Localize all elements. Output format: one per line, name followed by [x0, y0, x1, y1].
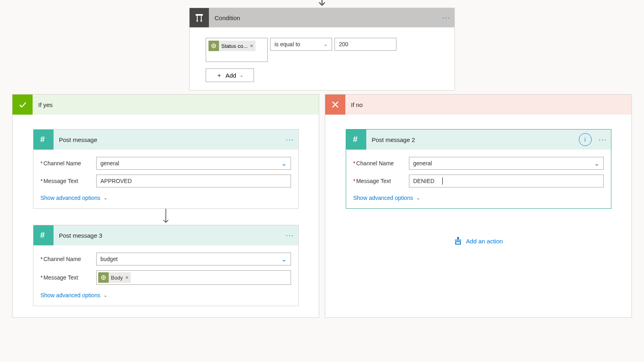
condition-title: Condition: [209, 14, 438, 21]
svg-point-4: [196, 20, 198, 22]
if-no-title: If no: [345, 101, 632, 108]
if-yes-branch: If yes # Post message ··· *Channel Name …: [12, 94, 319, 318]
chevron-down-icon: ⌄: [416, 195, 420, 201]
svg-text:#: #: [40, 135, 45, 144]
info-icon[interactable]: i: [579, 133, 592, 146]
svg-rect-18: [457, 237, 459, 239]
channel-value: general: [413, 160, 432, 167]
action-title: Post message: [54, 136, 282, 143]
slack-hash-icon: #: [33, 130, 54, 150]
svg-rect-20: [456, 242, 460, 244]
more-menu-button[interactable]: ···: [282, 136, 298, 144]
operator-value: is equal to: [275, 41, 300, 47]
channel-name-label: *Channel Name: [353, 160, 409, 167]
chevron-down-icon: ⌄: [594, 160, 599, 167]
token-label: Status co...: [221, 43, 248, 49]
message-value: DENIED: [413, 178, 435, 184]
if-yes-title: If yes: [33, 101, 319, 108]
channel-name-select[interactable]: general ⌄: [409, 157, 604, 170]
condition-operator-select[interactable]: is equal to ⌄: [270, 38, 332, 51]
message-value: APPROVED: [101, 178, 132, 184]
action-title: Post message 3: [54, 232, 282, 239]
channel-name-select[interactable]: general ⌄: [96, 157, 291, 170]
token-remove-icon[interactable]: ×: [250, 43, 253, 49]
add-action-icon: [454, 237, 462, 245]
svg-rect-1: [196, 14, 203, 16]
message-text-label: *Message Text: [41, 274, 96, 281]
action-header[interactable]: # Post message 2 i ···: [346, 130, 611, 150]
action-header[interactable]: # Post message 3 ···: [33, 225, 298, 245]
if-no-header: If no: [325, 95, 632, 115]
post-message-2-card: # Post message 2 i ··· *Channel Name gen…: [346, 129, 611, 209]
chevron-down-icon: ⌄: [281, 255, 287, 263]
channel-name-label: *Channel Name: [41, 256, 96, 262]
condition-icon: [190, 8, 209, 27]
svg-text:#: #: [40, 230, 45, 239]
token-label: Body: [111, 275, 123, 281]
message-text-label: *Message Text: [41, 178, 96, 184]
dynamic-token-body[interactable]: Body ×: [98, 272, 131, 283]
chevron-down-icon: ⌄: [103, 292, 107, 298]
chevron-down-icon: ⌄: [324, 41, 328, 47]
add-condition-button[interactable]: ＋ Add ⌄: [206, 68, 254, 82]
action-title: Post message 2: [366, 136, 579, 143]
token-remove-icon[interactable]: ×: [125, 274, 128, 281]
chevron-down-icon: ⌄: [103, 195, 107, 201]
add-label: Add: [225, 72, 236, 79]
if-no-branch: If no # Post message 2 i ··· *Channel Na…: [325, 94, 632, 318]
slack-hash-icon: #: [33, 225, 54, 245]
add-action-label: Add an action: [466, 238, 503, 245]
svg-point-5: [200, 20, 202, 22]
http-icon: [208, 41, 219, 51]
action-header[interactable]: # Post message ···: [33, 130, 298, 150]
if-yes-header: If yes: [12, 95, 319, 115]
chevron-down-icon: ⌄: [281, 160, 287, 167]
plus-icon: ＋: [216, 72, 222, 79]
flow-arrow-top: [318, 0, 326, 7]
channel-name-select[interactable]: budget ⌄: [96, 253, 291, 265]
slack-hash-icon: #: [346, 130, 366, 150]
more-menu-button[interactable]: ···: [595, 136, 611, 144]
condition-left-operand[interactable]: Status co... ×: [206, 38, 268, 62]
condition-card: Condition ··· Status co... × is equal to…: [189, 8, 455, 90]
show-advanced-options[interactable]: Show advanced options ⌄: [41, 290, 291, 304]
condition-body: Status co... × is equal to ⌄ ＋ Add ⌄: [190, 27, 454, 90]
dynamic-token-status-code[interactable]: Status co... ×: [208, 41, 256, 51]
channel-value: general: [101, 160, 120, 167]
post-message-card: # Post message ··· *Channel Name general…: [33, 129, 299, 209]
condition-branches: If yes # Post message ··· *Channel Name …: [12, 94, 632, 318]
text-cursor: [442, 177, 443, 185]
post-message-3-card: # Post message 3 ··· *Channel Name budge…: [33, 225, 299, 306]
message-text-input[interactable]: DENIED: [409, 175, 604, 187]
close-icon: [325, 95, 345, 115]
check-icon: [12, 95, 33, 115]
svg-text:#: #: [353, 135, 357, 144]
message-text-input[interactable]: Body ×: [96, 270, 291, 285]
channel-value: budget: [101, 256, 118, 262]
more-menu-button[interactable]: ···: [282, 231, 298, 240]
chevron-down-icon: ⌄: [239, 72, 244, 78]
http-icon: [98, 272, 109, 283]
message-text-label: *Message Text: [353, 178, 409, 184]
more-menu-button[interactable]: ···: [438, 14, 454, 22]
show-advanced-options[interactable]: Show advanced options ⌄: [41, 192, 291, 207]
add-an-action-button[interactable]: Add an action: [333, 237, 623, 245]
flow-arrow: [21, 209, 311, 225]
condition-value-input[interactable]: [334, 38, 396, 51]
condition-header[interactable]: Condition ···: [190, 8, 454, 27]
message-text-input[interactable]: APPROVED: [96, 175, 291, 187]
channel-name-label: *Channel Name: [41, 160, 96, 167]
show-advanced-options[interactable]: Show advanced options ⌄: [353, 192, 604, 207]
